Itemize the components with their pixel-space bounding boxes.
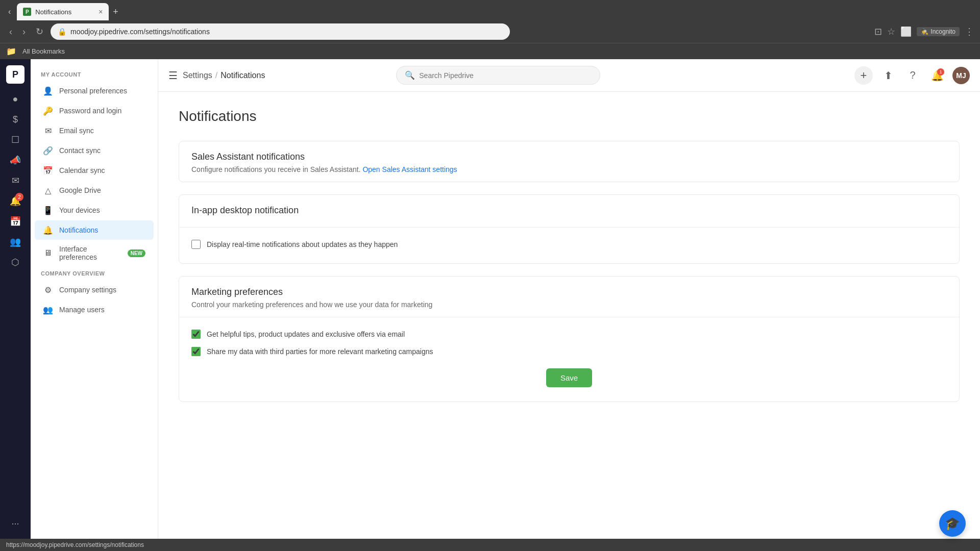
contact-sync-icon: 🔗	[43, 145, 53, 156]
desktop-realtime-row: Display real-time notifications about up…	[191, 236, 947, 253]
sales-assistant-desc: Configure notifications you receive in S…	[191, 165, 947, 173]
sidebar-item-label: Contact sync	[59, 146, 145, 155]
cast-icon[interactable]: ⊡	[874, 26, 882, 37]
sidebar-item-label: Calendar sync	[59, 166, 145, 174]
marketing-share-checkbox[interactable]	[191, 347, 201, 356]
sidebar-item-password-login[interactable]: 🔑 Password and login	[35, 101, 154, 120]
sidebar-item-calendar-sync[interactable]: 📅 Calendar sync	[35, 161, 154, 180]
desktop-realtime-label: Display real-time notifications about up…	[207, 240, 398, 248]
status-bar: https://moodjoy.pipedrive.com/settings/n…	[0, 539, 980, 551]
more-button[interactable]: ⋮	[965, 26, 974, 37]
rail-icon-notifications[interactable]: 🔔 2	[6, 192, 24, 210]
chat-button[interactable]: 🎓	[939, 510, 966, 537]
url-text: moodjoy.pipedrive.com/settings/notificat…	[70, 28, 210, 36]
refresh-button[interactable]: ↻	[33, 24, 46, 39]
profile-icon[interactable]: ⬜	[900, 26, 912, 37]
sidebar-item-company-settings[interactable]: ⚙ Company settings	[35, 280, 154, 299]
company-overview-label: COMPANY OVERVIEW	[31, 266, 158, 280]
rail-icon-integrations[interactable]: ⬡	[6, 253, 24, 271]
sidebar-item-email-sync[interactable]: ✉ Email sync	[35, 121, 154, 140]
help-button[interactable]: ?	[903, 66, 922, 85]
sidebar-item-personal-preferences[interactable]: 👤 Personal preferences	[35, 81, 154, 101]
sidebar: MY ACCOUNT 👤 Personal preferences 🔑 Pass…	[31, 59, 158, 539]
sidebar-item-manage-users[interactable]: 👥 Manage users	[35, 300, 154, 319]
sidebar-item-notifications[interactable]: 🔔 Notifications	[35, 220, 154, 240]
main-content: ☰ Settings / Notifications 🔍 + ⬆ ? 🔔	[158, 59, 980, 539]
marketing-tips-label: Get helpful tips, product updates and ex…	[207, 330, 405, 338]
upload-button[interactable]: ⬆	[879, 66, 897, 85]
sidebar-item-label: Notifications	[59, 226, 145, 234]
sidebar-item-interface-preferences[interactable]: 🖥 Interface preferences NEW	[35, 240, 154, 266]
avatar[interactable]: MJ	[952, 67, 970, 84]
app-layout: P ● $ ☐ 📣 ✉ 🔔 2 📅 👥 ⬡ ··· MY ACCOUNT 👤 P…	[0, 59, 980, 539]
sales-assistant-section: Sales Assistant notifications Configure …	[179, 141, 960, 182]
sidebar-item-label: Personal preferences	[59, 87, 145, 95]
marketing-share-row: Share my data with third parties for mor…	[191, 343, 947, 360]
back-button[interactable]: ‹	[6, 24, 15, 39]
new-tab-button[interactable]: +	[111, 5, 120, 19]
open-sales-assistant-link[interactable]: Open Sales Assistant settings	[362, 165, 457, 173]
my-account-label: MY ACCOUNT	[31, 67, 158, 81]
page-title: Notifications	[179, 108, 960, 124]
sidebar-item-label: Email sync	[59, 127, 145, 135]
personal-preferences-icon: 👤	[43, 86, 53, 96]
sidebar-item-contact-sync[interactable]: 🔗 Contact sync	[35, 141, 154, 160]
browser-actions: ⊡ ☆ ⬜ 🕵 Incognito ⋮	[874, 26, 974, 37]
rail-icon-leads[interactable]: 📣	[6, 151, 24, 169]
sidebar-item-google-drive[interactable]: △ Google Drive	[35, 181, 154, 200]
marketing-tips-row: Get helpful tips, product updates and ex…	[191, 325, 947, 343]
breadcrumb-current: Notifications	[220, 71, 265, 80]
password-icon: 🔑	[43, 106, 53, 116]
menu-toggle-button[interactable]: ☰	[168, 69, 178, 82]
marketing-tips-checkbox[interactable]	[191, 330, 201, 339]
notif-badge: 1	[937, 68, 944, 76]
app-logo[interactable]: P	[6, 65, 24, 84]
calendar-sync-icon: 📅	[43, 165, 53, 176]
breadcrumb-separator: /	[215, 71, 217, 80]
save-button[interactable]: Save	[546, 368, 592, 387]
marketing-preferences-title: Marketing preferences	[191, 287, 947, 297]
page-content: Notifications Sales Assistant notificati…	[158, 92, 980, 539]
tab-close-button[interactable]: ×	[99, 8, 103, 16]
lock-icon: 🔒	[58, 28, 66, 36]
tab-title: Notifications	[35, 8, 94, 16]
top-bar: ☰ Settings / Notifications 🔍 + ⬆ ? 🔔	[158, 59, 980, 92]
in-app-desktop-section: In-app desktop notification Display real…	[179, 194, 960, 264]
breadcrumb-parent[interactable]: Settings	[183, 71, 212, 80]
search-icon: 🔍	[405, 70, 415, 80]
search-bar: 🔍	[396, 66, 600, 85]
new-badge: NEW	[128, 249, 145, 257]
bookmarks-folder-icon: 📁	[6, 46, 16, 56]
sidebar-item-your-devices[interactable]: 📱 Your devices	[35, 201, 154, 220]
rail-icon-contacts[interactable]: 👥	[6, 233, 24, 251]
rail-icon-more[interactable]: ···	[6, 514, 24, 533]
search-input[interactable]	[419, 71, 592, 80]
browser-chrome: ‹ P Notifications × + ‹ › ↻ 🔒 moodjoy.pi…	[0, 0, 980, 59]
notifications-button[interactable]: 🔔 1	[928, 66, 946, 85]
rail-icon-home[interactable]: ●	[6, 90, 24, 108]
rail-icon-calendar[interactable]: 📅	[6, 212, 24, 231]
sales-assistant-header: Sales Assistant notifications Configure …	[179, 141, 959, 182]
rail-icon-deals[interactable]: $	[6, 110, 24, 129]
icon-rail: P ● $ ☐ 📣 ✉ 🔔 2 📅 👥 ⬡ ···	[0, 59, 31, 539]
rail-icon-mail[interactable]: ✉	[6, 171, 24, 190]
desktop-realtime-checkbox[interactable]	[191, 240, 201, 249]
in-app-desktop-header: In-app desktop notification	[179, 195, 959, 227]
google-drive-icon: △	[43, 185, 53, 195]
avatar-initials: MJ	[956, 71, 966, 80]
sidebar-item-label: Company settings	[59, 286, 145, 294]
add-button[interactable]: +	[854, 66, 873, 85]
active-tab[interactable]: P Notifications ×	[17, 3, 109, 20]
all-bookmarks[interactable]: All Bookmarks	[22, 47, 65, 55]
forward-button[interactable]: ›	[19, 24, 29, 39]
notification-badge: 2	[15, 193, 23, 201]
tab-back-arrow[interactable]: ‹	[4, 5, 15, 18]
email-sync-icon: ✉	[43, 126, 53, 136]
sidebar-item-label: Your devices	[59, 206, 145, 214]
address-bar[interactable]: 🔒 moodjoy.pipedrive.com/settings/notific…	[51, 23, 510, 40]
rail-icon-activities[interactable]: ☐	[6, 131, 24, 149]
bookmark-icon[interactable]: ☆	[887, 26, 895, 37]
sidebar-item-label: Password and login	[59, 107, 145, 115]
devices-icon: 📱	[43, 205, 53, 215]
incognito-label: Incognito	[930, 28, 955, 35]
